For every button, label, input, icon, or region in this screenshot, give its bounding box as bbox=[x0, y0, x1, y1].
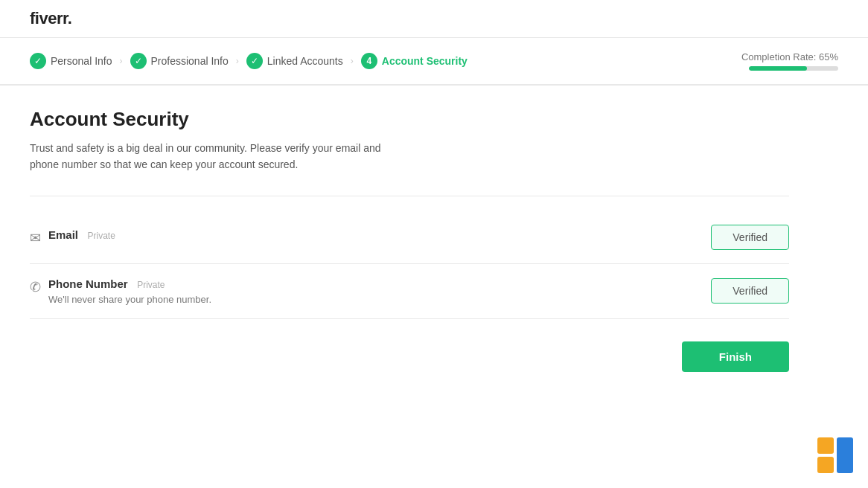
step-check-icon: ✓ bbox=[246, 53, 263, 69]
step-personal-info[interactable]: ✓ Personal Info bbox=[30, 53, 112, 69]
email-icon: ✉ bbox=[30, 230, 41, 246]
step-num-icon: 4 bbox=[361, 53, 377, 69]
step-linked-accounts[interactable]: ✓ Linked Accounts bbox=[246, 53, 343, 69]
email-private-label: Private bbox=[87, 231, 115, 241]
step-check-icon: ✓ bbox=[30, 53, 46, 69]
wm-sq-orange-1 bbox=[817, 437, 834, 454]
email-info: Email Private bbox=[48, 228, 115, 242]
email-security-item: ✉ Email Private Verified bbox=[30, 211, 789, 264]
email-item-left: ✉ Email Private bbox=[30, 228, 115, 246]
finish-button[interactable]: Finish bbox=[682, 341, 789, 372]
phone-icon: ✆ bbox=[30, 279, 41, 295]
watermark-grid bbox=[817, 437, 853, 473]
phone-description: We'll never share your phone number. bbox=[48, 294, 211, 305]
finish-section: Finish bbox=[30, 319, 789, 394]
phone-verified-button[interactable]: Verified bbox=[711, 278, 789, 304]
main-content: Account Security Trust and safety is a b… bbox=[0, 86, 819, 417]
top-divider bbox=[30, 196, 789, 196]
step-arrow-2: › bbox=[236, 56, 239, 66]
step-label: Linked Accounts bbox=[267, 55, 343, 67]
step-arrow-3: › bbox=[351, 56, 354, 66]
step-account-security[interactable]: 4 Account Security bbox=[361, 53, 467, 69]
phone-item-left: ✆ Phone Number Private We'll never share… bbox=[30, 277, 211, 305]
completion-label: Completion Rate: 65% bbox=[741, 51, 838, 62]
stepper-steps: ✓ Personal Info › ✓ Professional Info › … bbox=[30, 53, 467, 69]
step-label: Personal Info bbox=[51, 55, 112, 67]
step-check-icon: ✓ bbox=[130, 53, 147, 69]
page-title: Account Security bbox=[30, 108, 789, 131]
step-arrow-1: › bbox=[120, 56, 123, 66]
phone-private-label: Private bbox=[137, 280, 165, 290]
wm-sq-orange-2 bbox=[817, 457, 834, 473]
logo-text: fiverr. bbox=[30, 9, 71, 28]
phone-info: Phone Number Private We'll never share y… bbox=[48, 277, 211, 305]
wm-tall-blue bbox=[837, 437, 853, 473]
step-professional-info[interactable]: ✓ Professional Info bbox=[130, 53, 229, 69]
email-verified-button[interactable]: Verified bbox=[711, 225, 789, 250]
phone-security-item: ✆ Phone Number Private We'll never share… bbox=[30, 264, 789, 319]
completion-bar-fill bbox=[749, 66, 807, 71]
step-label: Account Security bbox=[382, 55, 467, 67]
stepper-bar: ✓ Personal Info › ✓ Professional Info › … bbox=[0, 38, 868, 86]
page-subtitle: Trust and safety is a big deal in our co… bbox=[30, 140, 387, 173]
completion-bar bbox=[749, 66, 838, 71]
email-title: Email bbox=[48, 228, 78, 241]
phone-title: Phone Number bbox=[48, 277, 128, 290]
watermark-logo bbox=[817, 437, 853, 473]
completion-rate-section: Completion Rate: 65% bbox=[741, 51, 838, 71]
step-label: Professional Info bbox=[151, 55, 229, 67]
logo: fiverr. bbox=[30, 9, 71, 28]
header: fiverr. bbox=[0, 0, 868, 38]
